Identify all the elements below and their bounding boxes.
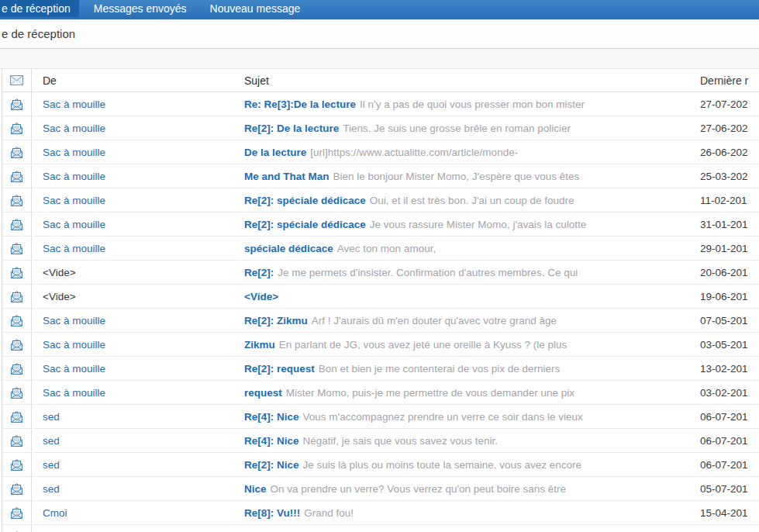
subject-link[interactable]: Re[2]: Zikmu <box>244 315 308 326</box>
sender-link[interactable]: Sac à mouille <box>43 387 105 399</box>
message-row[interactable]: Sac à mouille Me and That ManBien le bon… <box>2 164 759 188</box>
subject-link[interactable]: Nice <box>244 483 267 495</box>
message-row[interactable]: Sac à mouille Re[2]: De la lectureTiens.… <box>2 116 759 140</box>
last-reply-date: 06-07-201 <box>700 435 759 447</box>
sender-link[interactable]: Cmoi <box>43 507 67 519</box>
message-row[interactable]: sed Re[2]: NiceJe suis là plus ou moins … <box>2 453 759 477</box>
read-message-icon <box>2 237 32 260</box>
message-preview: Je me permets d'insister. Confirmation d… <box>278 267 578 278</box>
message-row[interactable]: Sac à mouille Re[2]: spéciale dédicaceJe… <box>2 212 759 237</box>
read-message-icon <box>2 140 32 164</box>
message-row[interactable]: Sac à mouille Re[2]: requestBon et bien … <box>2 357 759 381</box>
tab-inbox[interactable]: e de réception <box>0 0 79 17</box>
message-list: Sac à mouille Re: Re[3]:De la lectureIl … <box>2 92 759 532</box>
message-preview: Grand fou! <box>304 507 354 519</box>
message-row[interactable]: <Vide> <Vide> 19-06-201 <box>2 285 759 309</box>
message-row[interactable]: Sac à mouille requestMister Momo, puis-j… <box>2 381 759 405</box>
message-row[interactable]: sed Re[4]: NiceNégatif, je sais que vous… <box>2 429 759 453</box>
subject-link[interactable]: Re[2]: spéciale dédicace <box>244 219 366 230</box>
message-preview: Vous m'accompagnez prendre un verre ce s… <box>303 411 583 423</box>
read-message-icon <box>2 188 32 212</box>
message-preview: Je vous rassure Mister Momo, j'avais la … <box>370 219 586 230</box>
read-message-icon <box>2 309 32 332</box>
tab-sent-messages[interactable]: Messages envoyés <box>85 0 195 17</box>
read-message-icon <box>2 92 32 116</box>
subject-link[interactable]: Re[2]: request <box>244 363 315 375</box>
read-message-icon <box>2 285 32 308</box>
tab-new-message[interactable]: Nouveau message <box>202 0 309 17</box>
envelope-header-icon <box>2 69 32 92</box>
read-message-icon <box>2 116 32 140</box>
message-row[interactable] <box>2 525 759 532</box>
message-preview: Il n'y a pas de quoi vous presser mon bo… <box>360 98 585 110</box>
subject-link[interactable]: Re[8]: Vu!!! <box>244 507 300 519</box>
subject-link[interactable]: spéciale dédicace <box>244 243 333 254</box>
message-preview: [url]https://www.actualitte.com/article/… <box>310 147 518 158</box>
message-row[interactable]: sed Re[4]: NiceVous m'accompagnez prendr… <box>2 405 759 429</box>
last-reply-date: 25-03-202 <box>700 171 759 182</box>
subject-link[interactable]: Re[4]: Nice <box>244 435 299 447</box>
subject-link[interactable]: <Vide> <box>244 291 278 302</box>
subject-link[interactable]: request <box>244 387 282 399</box>
message-row[interactable]: Sac à mouille Re[2]: spéciale dédicaceOu… <box>2 188 759 212</box>
message-row[interactable]: sed NiceOn va prendre un verre? Vous ver… <box>2 477 759 501</box>
message-preview: Tiens. Je suis une grosse brêle en roman… <box>343 123 571 134</box>
sender-link[interactable]: Sac à mouille <box>43 147 105 158</box>
read-message-icon <box>2 501 32 524</box>
read-message-icon <box>2 477 32 500</box>
message-row[interactable]: Sac à mouille De la lecture[url]https://… <box>2 140 759 164</box>
last-reply-date: 05-07-201 <box>700 483 759 495</box>
message-preview: En parlant de JG, vous avez jeté une ore… <box>279 339 567 351</box>
message-row[interactable]: Sac à mouille Re: Re[3]:De la lectureIl … <box>2 92 759 116</box>
last-reply-date: 27-06-202 <box>700 123 759 134</box>
subject-link[interactable]: Re[2]: De la lecture <box>244 123 339 134</box>
message-row[interactable]: Sac à mouille Re[2]: ZikmuArf ! J'aurais… <box>2 309 759 333</box>
message-preview: Bien le bonjour Mister Momo, J'espère qu… <box>333 171 580 182</box>
subject-link[interactable]: Re: Re[3]:De la lecture <box>244 98 356 110</box>
sender-link[interactable]: Sac à mouille <box>43 195 105 206</box>
subject-link[interactable]: Re[2]: <box>244 267 274 278</box>
spacer-strip <box>0 49 759 69</box>
sender-link[interactable]: Sac à mouille <box>43 315 105 326</box>
sender-link[interactable]: sed <box>43 483 60 495</box>
message-row[interactable]: <Vide> Re[2]:Je me permets d'insister. C… <box>2 261 759 285</box>
sender-link[interactable]: Sac à mouille <box>43 98 105 110</box>
read-message-icon <box>2 405 32 428</box>
message-row[interactable]: Sac à mouille spéciale dédicaceAvec ton … <box>2 237 759 261</box>
sender-link[interactable]: <Vide> <box>43 291 76 302</box>
message-row[interactable]: Cmoi Re[8]: Vu!!!Grand fou! 15-04-201 <box>2 501 759 525</box>
subject-link[interactable]: Re[2]: Nice <box>244 459 299 471</box>
column-header-last-reply[interactable]: Dernière r <box>700 74 759 87</box>
read-message-icon <box>2 212 32 236</box>
read-message-icon <box>2 525 32 532</box>
sender-link[interactable]: sed <box>43 459 60 471</box>
sender-link[interactable]: sed <box>43 411 60 423</box>
last-reply-date: 20-06-201 <box>700 267 759 278</box>
column-header-de[interactable]: De <box>32 74 244 87</box>
sender-link[interactable]: Sac à mouille <box>43 339 105 351</box>
inbox-table: De Sujet Dernière r Sac à mouille Re: Re… <box>2 69 759 532</box>
message-preview: On va prendre un verre? Vous verrez qu'o… <box>271 483 567 495</box>
last-reply-date: 06-07-201 <box>700 411 759 423</box>
subject-link[interactable]: Re[4]: Nice <box>244 411 299 423</box>
message-preview: Oui, et il est très bon. J'ai un coup de… <box>370 195 574 206</box>
sender-link[interactable]: Sac à mouille <box>43 363 105 375</box>
last-reply-date: 06-07-201 <box>700 459 759 471</box>
message-row[interactable]: Sac à mouille ZikmuEn parlant de JG, vou… <box>2 333 759 357</box>
sender-link[interactable]: Sac à mouille <box>43 219 105 230</box>
subject-link[interactable]: Zikmu <box>244 339 275 351</box>
subject-link[interactable]: Me and That Man <box>244 171 329 182</box>
sender-link[interactable]: Sac à mouille <box>43 171 105 182</box>
subject-link[interactable]: Re[2]: spéciale dédicace <box>244 195 366 206</box>
sender-link[interactable]: Sac à mouille <box>43 123 105 134</box>
read-message-icon <box>2 381 32 404</box>
subject-link[interactable]: De la lecture <box>244 147 306 158</box>
last-reply-date: 29-01-201 <box>700 243 759 254</box>
column-header-sujet[interactable]: Sujet <box>244 74 700 87</box>
last-reply-date: 03-02-201 <box>700 387 759 399</box>
message-preview: Avec ton mon amour, <box>337 243 436 254</box>
read-message-icon <box>2 261 32 284</box>
sender-link[interactable]: <Vide> <box>43 267 76 278</box>
sender-link[interactable]: sed <box>43 435 60 447</box>
sender-link[interactable]: Sac à mouille <box>43 243 105 254</box>
